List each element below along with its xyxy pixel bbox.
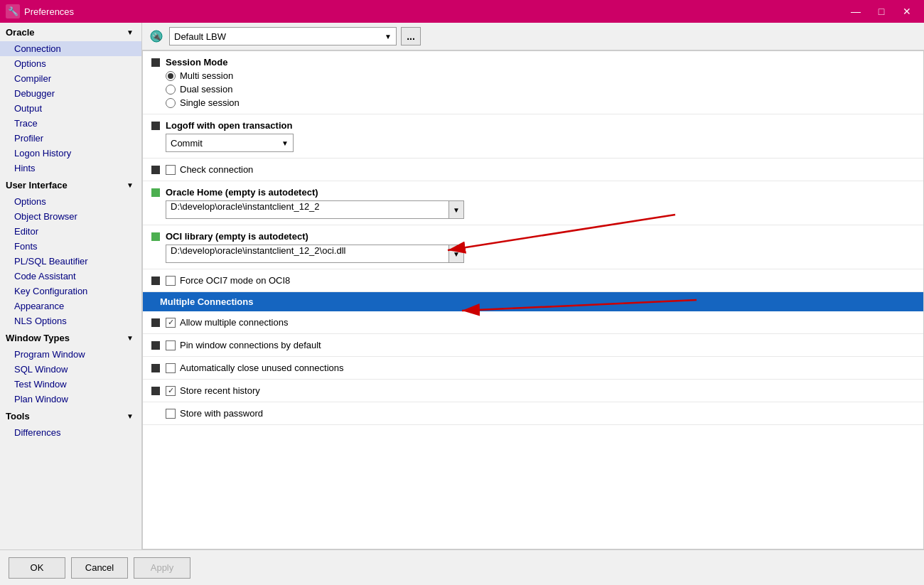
radio-single-session[interactable]: Single session	[166, 97, 915, 108]
check-connection-indicator	[151, 166, 160, 174]
check-connection-checkbox-item[interactable]: Check connection	[166, 164, 253, 175]
sidebar-item-debugger[interactable]: Debugger	[0, 86, 141, 101]
profile-dropdown[interactable]: Default LBW ▼	[169, 27, 397, 45]
sidebar-item-sql-window[interactable]: SQL Window	[0, 362, 141, 377]
store-history-checkbox[interactable]	[166, 386, 176, 396]
force-oci7-row: Force OCI7 mode on OCI8	[143, 269, 923, 292]
content-area: Oracle ▼ Connection Options Compiler Deb…	[0, 23, 924, 549]
sidebar-item-differences[interactable]: Differences	[0, 425, 141, 440]
oci-library-input[interactable]: D:\develop\oracle\instantclient_12_2\oci…	[166, 245, 448, 263]
auto-close-checkbox[interactable]	[166, 363, 176, 373]
session-mode-row: Session Mode Multi session Dual session	[143, 51, 923, 114]
apply-button[interactable]: Apply	[134, 557, 190, 579]
logoff-control-wrapper: Commit ▼	[151, 134, 915, 152]
window-types-expand-icon: ▼	[124, 332, 136, 343]
pin-window-row: Pin window connections by default	[143, 334, 923, 357]
radio-multi-session[interactable]: Multi session	[166, 70, 915, 81]
sidebar-item-plsql-beautifier[interactable]: PL/SQL Beautifier	[0, 254, 141, 269]
logoff-indicator	[151, 122, 160, 130]
radio-dual-session[interactable]: Dual session	[166, 84, 915, 95]
title-bar: 🔧 Preferences — □ ✕	[0, 0, 924, 23]
logoff-select-arrow-icon: ▼	[281, 139, 289, 147]
auto-close-label: Automatically close unused connections	[180, 363, 344, 373]
pin-window-checkbox[interactable]	[166, 340, 176, 350]
sidebar-category-window-types[interactable]: Window Types ▼	[0, 328, 141, 347]
check-connection-label: Check connection	[180, 164, 253, 175]
sidebar-item-output[interactable]: Output	[0, 101, 141, 116]
auto-close-checkbox-item[interactable]: Automatically close unused connections	[166, 363, 344, 373]
sidebar-item-compiler[interactable]: Compiler	[0, 71, 141, 86]
oci-library-dropdown-arrow-icon[interactable]: ▼	[448, 245, 464, 263]
sidebar-item-plan-window[interactable]: Plan Window	[0, 392, 141, 407]
sidebar-item-ui-options[interactable]: Options	[0, 194, 141, 209]
pin-window-header: Pin window connections by default	[151, 340, 915, 350]
minimize-button[interactable]: —	[844, 1, 867, 21]
sidebar-item-options[interactable]: Options	[0, 56, 141, 71]
auto-close-header: Automatically close unused connections	[151, 363, 915, 373]
cancel-button[interactable]: Cancel	[71, 557, 128, 579]
pin-window-checkbox-item[interactable]: Pin window connections by default	[166, 340, 321, 350]
radio-multi-session-input[interactable]	[166, 71, 176, 81]
window-title: Preferences	[24, 6, 844, 17]
sidebar-item-logon-history[interactable]: Logon History	[0, 146, 141, 161]
sidebar-item-fonts[interactable]: Fonts	[0, 239, 141, 254]
ok-button[interactable]: OK	[9, 557, 65, 579]
store-history-indicator	[151, 387, 160, 395]
force-oci7-checkbox[interactable]	[166, 276, 176, 286]
sidebar-item-key-configuration[interactable]: Key Configuration	[0, 284, 141, 299]
sidebar-item-code-assistant[interactable]: Code Assistant	[0, 269, 141, 284]
oracle-home-header: Oracle Home (empty is autodetect)	[151, 187, 915, 198]
sidebar-category-oracle[interactable]: Oracle ▼	[0, 23, 141, 41]
logoff-selected-value: Commit	[171, 138, 203, 149]
oracle-home-indicator	[151, 188, 160, 197]
sidebar-item-profiler[interactable]: Profiler	[0, 131, 141, 146]
multiple-connections-header: Multiple Connections	[143, 292, 923, 311]
store-history-checkbox-item[interactable]: Store recent history	[166, 385, 260, 396]
sidebar-item-appearance[interactable]: Appearance	[0, 299, 141, 313]
sidebar-item-editor[interactable]: Editor	[0, 224, 141, 239]
sidebar-item-program-window[interactable]: Program Window	[0, 347, 141, 362]
oracle-category-label: Oracle	[6, 27, 34, 38]
profile-more-button[interactable]: ...	[401, 27, 421, 45]
store-password-label: Store with password	[180, 408, 263, 419]
app-icon: 🔧	[6, 4, 20, 18]
sidebar-item-trace[interactable]: Trace	[0, 116, 141, 131]
store-password-header: Store with password	[151, 408, 915, 419]
auto-close-row: Automatically close unused connections	[143, 357, 923, 380]
sidebar-item-connection[interactable]: Connection	[0, 41, 141, 56]
store-password-checkbox[interactable]	[166, 409, 176, 419]
radio-single-session-input[interactable]	[166, 98, 176, 108]
oci-library-row: OCI library (empty is autodetect) D:\dev…	[143, 225, 923, 269]
sidebar: Oracle ▼ Connection Options Compiler Deb…	[0, 23, 142, 549]
sidebar-item-nls-options[interactable]: NLS Options	[0, 313, 141, 328]
logoff-label: Logoff with open transaction	[166, 120, 292, 131]
profile-name: Default LBW	[174, 31, 226, 42]
allow-multiple-checkbox[interactable]	[166, 318, 176, 328]
sidebar-item-hints[interactable]: Hints	[0, 161, 141, 176]
sidebar-category-tools[interactable]: Tools ▼	[0, 407, 141, 425]
oci-library-combobox: D:\develop\oracle\instantclient_12_2\oci…	[166, 245, 464, 263]
maximize-button[interactable]: □	[870, 1, 893, 21]
oracle-home-dropdown-arrow-icon[interactable]: ▼	[448, 200, 464, 219]
session-mode-radio-group: Multi session Dual session Single sessio…	[151, 70, 915, 108]
logoff-select[interactable]: Commit ▼	[166, 134, 294, 152]
force-oci7-checkbox-item[interactable]: Force OCI7 mode on OCI8	[166, 275, 290, 286]
check-connection-row: Check connection	[143, 159, 923, 181]
store-history-label: Store recent history	[180, 385, 260, 396]
pin-window-indicator	[151, 341, 160, 350]
sidebar-item-object-browser[interactable]: Object Browser	[0, 209, 141, 224]
profile-selector: 🔌 Default LBW ▼ ...	[142, 23, 924, 50]
main-window: Oracle ▼ Connection Options Compiler Deb…	[0, 23, 924, 585]
pin-window-label: Pin window connections by default	[180, 340, 321, 350]
sidebar-category-user-interface[interactable]: User Interface ▼	[0, 176, 141, 194]
oci-library-value: D:\develop\oracle\instantclient_12_2\oci…	[171, 245, 345, 256]
close-button[interactable]: ✕	[896, 1, 918, 21]
allow-multiple-checkbox-item[interactable]: Allow multiple connections	[166, 317, 288, 328]
oracle-home-input[interactable]: D:\develop\oracle\instantclient_12_2	[166, 200, 448, 219]
force-oci7-label: Force OCI7 mode on OCI8	[180, 275, 290, 286]
sidebar-item-test-window[interactable]: Test Window	[0, 377, 141, 392]
check-connection-checkbox[interactable]	[166, 165, 176, 175]
tools-expand-icon: ▼	[124, 410, 136, 422]
store-password-checkbox-item[interactable]: Store with password	[151, 408, 263, 419]
radio-dual-session-input[interactable]	[166, 85, 176, 95]
